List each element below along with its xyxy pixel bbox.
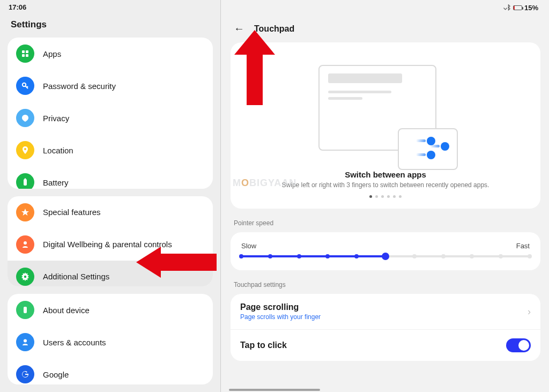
sidebar-item-label: Google: [43, 370, 69, 379]
svg-point-8: [24, 241, 27, 245]
sidebar-item-google[interactable]: Google: [8, 358, 213, 384]
key-icon: [16, 77, 34, 95]
battery-percent: 15%: [524, 4, 538, 12]
sidebar-item-label: Privacy: [43, 114, 69, 123]
bluetooth-icon: ⌵ᛒ: [503, 4, 511, 11]
location-icon: [16, 141, 34, 159]
gesture-hero-card[interactable]: Switch between apps Swipe left or right …: [231, 42, 540, 209]
settings-sidebar: 17:06 Settings Apps Password & security: [0, 0, 221, 392]
sidebar-item-about-device[interactable]: About device: [8, 294, 213, 326]
sidebar-item-label: Apps: [43, 49, 61, 58]
sidebar-item-label: About device: [43, 306, 90, 315]
svg-rect-3: [26, 54, 28, 57]
gesture-illustration: [318, 65, 452, 167]
battery-icon: [513, 5, 522, 10]
hero-page-dots[interactable]: [369, 195, 402, 198]
device-icon: [16, 301, 34, 319]
wellbeing-icon: [16, 235, 34, 254]
tap-to-click-toggle[interactable]: [506, 338, 531, 352]
status-bar: 17:06: [0, 0, 220, 14]
sidebar-item-label: Digital Wellbeing & parental controls: [43, 240, 172, 249]
battery-icon: [16, 173, 34, 188]
google-icon: [16, 365, 34, 383]
svg-rect-1: [26, 50, 28, 53]
sidebar-item-password-security[interactable]: Password & security: [8, 70, 213, 102]
setting-title: Page scrolling: [240, 302, 321, 312]
sidebar-item-battery[interactable]: Battery: [8, 166, 213, 188]
star-icon: [16, 203, 34, 221]
sidebar-item-label: Special features: [43, 208, 101, 217]
slider-min-label: Slow: [241, 242, 256, 250]
sidebar-item-label: Additional Settings: [43, 272, 109, 281]
sidebar-item-label: Password & security: [43, 82, 116, 91]
hero-desc: Swipe left or right with 3 fingers to sw…: [282, 181, 489, 189]
sidebar-item-additional-settings[interactable]: Additional Settings: [8, 261, 213, 287]
sidebar-group-2: Special features Digital Wellbeing & par…: [8, 196, 213, 287]
hero-title: Switch between apps: [345, 170, 426, 179]
touchpad-settings-label: Touchpad settings: [231, 279, 540, 294]
sidebar-item-privacy[interactable]: Privacy: [8, 102, 213, 134]
back-arrow-icon[interactable]: ←: [234, 23, 244, 35]
sidebar-item-users-accounts[interactable]: Users & accounts: [8, 326, 213, 358]
pointer-speed-card: Slow Fast: [231, 232, 540, 270]
svg-rect-7: [25, 179, 26, 180]
sidebar-group-1: Apps Password & security Privacy Locatio…: [8, 38, 213, 188]
page-title: Touchpad: [254, 24, 294, 34]
setting-title: Tap to click: [240, 341, 287, 350]
sidebar-item-label: Battery: [43, 178, 69, 187]
setting-page-scrolling[interactable]: Page scrolling Page scrolls with your fi…: [231, 294, 540, 329]
setting-subtitle: Page scrolls with your finger: [240, 313, 321, 321]
pointer-speed-slider[interactable]: [241, 255, 530, 257]
touchpad-panel: ⌵ᛒ 15% ← Touchpad Switch between apps Sw…: [221, 0, 549, 392]
svg-point-12: [24, 339, 27, 343]
sidebar-item-special-features[interactable]: Special features: [8, 196, 213, 228]
svg-point-5: [24, 148, 26, 150]
sidebar-item-location[interactable]: Location: [8, 134, 213, 166]
gear-icon: [16, 268, 34, 286]
svg-rect-6: [24, 179, 27, 186]
svg-rect-2: [22, 54, 25, 57]
sidebar-group-3: About device Users & accounts Google: [8, 294, 213, 384]
setting-tap-to-click[interactable]: Tap to click: [231, 329, 540, 361]
status-time: 17:06: [9, 3, 26, 11]
settings-title: Settings: [0, 14, 220, 38]
apps-icon: [16, 45, 34, 63]
status-bar-right: ⌵ᛒ 15%: [231, 0, 540, 15]
sidebar-item-label: Users & accounts: [43, 338, 106, 347]
slider-max-label: Fast: [516, 242, 530, 250]
user-icon: [16, 333, 34, 351]
svg-rect-11: [24, 307, 27, 313]
svg-rect-0: [22, 50, 25, 53]
svg-point-10: [24, 275, 26, 277]
sidebar-item-label: Location: [43, 146, 73, 155]
watermark: MOBIGYAAN: [233, 177, 296, 189]
sidebar-item-apps[interactable]: Apps: [8, 38, 213, 70]
home-indicator[interactable]: [229, 389, 320, 391]
touchpad-settings-card: Page scrolling Page scrolls with your fi…: [231, 294, 540, 361]
pointer-speed-label: Pointer speed: [231, 217, 540, 232]
page-header: ← Touchpad: [231, 15, 540, 42]
sidebar-item-digital-wellbeing[interactable]: Digital Wellbeing & parental controls: [8, 228, 213, 261]
privacy-icon: [16, 109, 34, 127]
chevron-right-icon: ›: [528, 306, 531, 317]
